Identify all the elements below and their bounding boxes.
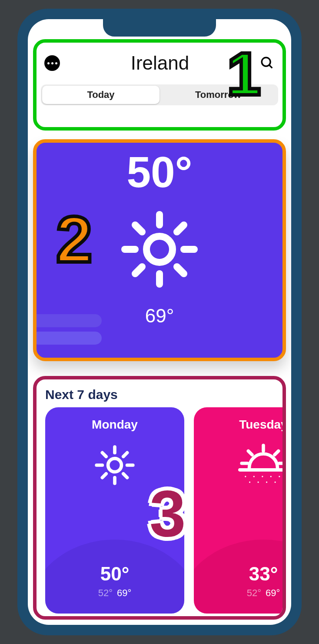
more-menu-button[interactable] bbox=[44, 55, 60, 71]
annotation-2: 2 bbox=[56, 202, 92, 277]
svg-point-28 bbox=[262, 476, 263, 477]
forecast-hilo: 52°69° bbox=[45, 587, 184, 599]
notch bbox=[103, 19, 216, 37]
svg-line-21 bbox=[248, 451, 252, 455]
sun-icon bbox=[91, 441, 139, 489]
annotation-1: 1 bbox=[227, 39, 261, 109]
svg-point-30 bbox=[279, 476, 280, 477]
svg-line-19 bbox=[123, 453, 127, 456]
annotation-3: 3 bbox=[150, 476, 186, 551]
phone-frame: Ireland Today Tomorrow 50° bbox=[17, 9, 302, 635]
svg-line-7 bbox=[135, 225, 142, 232]
forecast-day-label: Monday bbox=[45, 418, 184, 432]
svg-line-17 bbox=[123, 474, 127, 478]
svg-line-22 bbox=[275, 451, 279, 455]
svg-point-26 bbox=[245, 476, 246, 477]
svg-point-29 bbox=[270, 476, 272, 477]
svg-point-2 bbox=[146, 236, 173, 262]
svg-line-10 bbox=[177, 225, 184, 232]
sun-icon bbox=[116, 206, 203, 293]
svg-point-0 bbox=[262, 57, 270, 66]
svg-line-8 bbox=[177, 267, 184, 274]
svg-point-11 bbox=[108, 459, 122, 472]
forecast-title: Next 7 days bbox=[37, 379, 282, 407]
forecast-hilo: 52°69° bbox=[194, 587, 286, 599]
svg-line-18 bbox=[102, 474, 106, 478]
svg-point-33 bbox=[266, 481, 267, 483]
svg-line-9 bbox=[135, 267, 142, 274]
location-title: Ireland bbox=[131, 52, 189, 74]
svg-point-34 bbox=[274, 481, 276, 483]
forecast-temp: 50° bbox=[45, 563, 184, 585]
svg-line-1 bbox=[269, 65, 272, 68]
search-icon[interactable] bbox=[260, 56, 275, 70]
svg-point-27 bbox=[253, 476, 255, 477]
forecast-temp: 33° bbox=[194, 563, 286, 585]
screen: Ireland Today Tomorrow 50° bbox=[28, 19, 291, 625]
sunset-haze-icon bbox=[235, 441, 286, 489]
svg-point-31 bbox=[249, 481, 250, 483]
svg-point-32 bbox=[257, 481, 259, 483]
forecast-card[interactable]: Tuesday bbox=[194, 407, 286, 614]
current-temp: 50° bbox=[37, 147, 282, 197]
svg-line-16 bbox=[102, 453, 106, 456]
tab-today[interactable]: Today bbox=[42, 86, 160, 104]
forecast-day-label: Tuesday bbox=[194, 418, 286, 432]
